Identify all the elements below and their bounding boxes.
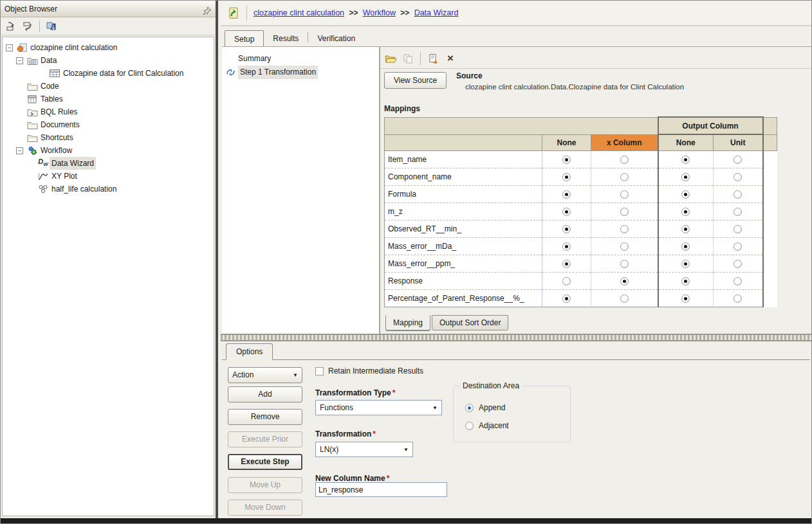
breadcrumb-link-workflow[interactable]: Workflow xyxy=(363,8,396,17)
output-none-radio[interactable] xyxy=(681,277,690,285)
radio-cell xyxy=(591,150,658,168)
tree-item-workflow[interactable]: −Workflow xyxy=(3,144,214,157)
x-column-radio[interactable] xyxy=(620,173,629,181)
unit-radio[interactable] xyxy=(734,208,742,216)
view-source-button[interactable]: View Source xyxy=(384,72,447,89)
collapse-expander-icon[interactable]: − xyxy=(16,147,23,154)
import-icon[interactable] xyxy=(427,52,439,65)
adjacent-radio[interactable] xyxy=(465,422,474,430)
tree-item-half-life-calculation[interactable]: half_life calculation xyxy=(3,183,214,195)
x-column-radio[interactable] xyxy=(620,208,629,216)
none-radio[interactable] xyxy=(562,277,571,285)
collapse-all-icon[interactable] xyxy=(5,20,17,33)
unit-radio[interactable] xyxy=(734,225,742,233)
append-radio[interactable] xyxy=(465,404,474,412)
none-radio[interactable] xyxy=(562,294,571,303)
tab-results[interactable]: Results xyxy=(264,30,308,46)
collapse-expander-icon[interactable]: − xyxy=(6,44,13,51)
x-column-radio[interactable] xyxy=(620,277,629,285)
unit-radio[interactable] xyxy=(734,173,742,181)
tab-setup[interactable]: Setup xyxy=(225,30,264,47)
delete-icon[interactable]: × xyxy=(444,52,457,65)
source-path: clozapine clint calculation.Data.Clozapi… xyxy=(465,83,684,91)
pin-icon[interactable] xyxy=(203,5,212,14)
tree-item-data-wizard[interactable]: DWData Wizard xyxy=(3,157,214,170)
transformation-type-label: Transformation Type* xyxy=(315,388,395,397)
breadcrumb-link-data-wizard[interactable]: Data Wizard xyxy=(414,8,459,17)
none-radio[interactable] xyxy=(562,242,571,251)
unit-radio[interactable] xyxy=(734,260,742,268)
none-radio[interactable] xyxy=(562,190,571,199)
expand-all-icon[interactable] xyxy=(21,20,34,33)
breadcrumb-link-project[interactable]: clozapine clint calculation xyxy=(254,8,344,17)
retain-results-checkbox[interactable] xyxy=(315,367,324,375)
output-none-radio[interactable] xyxy=(681,173,690,181)
toggle-view-icon[interactable] xyxy=(45,20,58,33)
x-column-radio[interactable] xyxy=(620,225,629,233)
transformation-type-dropdown[interactable]: Functions ▼ xyxy=(315,400,442,415)
unit-radio[interactable] xyxy=(734,242,742,251)
tab-output-sort-order[interactable]: Output Sort Order xyxy=(432,315,508,330)
radio-cell xyxy=(658,272,714,289)
x-column-radio[interactable] xyxy=(620,156,629,164)
tab-options[interactable]: Options xyxy=(226,343,273,360)
remove-button[interactable]: Remove xyxy=(228,409,302,425)
radio-cell xyxy=(658,150,714,168)
execute-step-button[interactable]: Execute Step xyxy=(228,454,302,470)
radio-cell xyxy=(658,185,714,203)
none-radio[interactable] xyxy=(562,225,571,233)
none-radio[interactable] xyxy=(562,260,571,268)
horizontal-splitter[interactable] xyxy=(221,334,811,341)
add-button[interactable]: Add xyxy=(228,386,302,402)
step-item-transformation[interactable]: Step 1 Transformation xyxy=(222,66,379,79)
mapping-row-label: Percentage_of_Parent_Response__%_ xyxy=(385,289,542,307)
tree-item-tables[interactable]: Tables xyxy=(3,93,214,105)
data-wizard-icon: DW xyxy=(37,155,50,171)
tab-mapping[interactable]: Mapping xyxy=(385,315,430,331)
output-none-radio[interactable] xyxy=(681,260,690,268)
folder-icon xyxy=(26,121,39,129)
action-dropdown[interactable]: Action ▼ xyxy=(228,367,302,383)
radio-cell xyxy=(714,203,763,220)
none-radio[interactable] xyxy=(562,208,571,216)
open-folder-icon[interactable] xyxy=(384,52,397,65)
destination-adjacent-option[interactable]: Adjacent xyxy=(465,421,509,430)
column-header-filler xyxy=(763,134,777,150)
radio-cell xyxy=(714,220,763,237)
destination-append-option[interactable]: Append xyxy=(465,403,505,412)
output-none-radio[interactable] xyxy=(681,208,690,216)
tab-verification[interactable]: Verification xyxy=(308,30,364,46)
none-radio[interactable] xyxy=(562,173,571,181)
collapse-expander-icon[interactable]: − xyxy=(16,57,23,64)
output-none-radio[interactable] xyxy=(681,242,690,251)
x-column-radio[interactable] xyxy=(620,260,629,268)
tree-item-xy-plot[interactable]: XY Plot xyxy=(3,170,214,183)
tree-item-clozapine-data-for-clint-calculation[interactable]: Clozapine data for Clint Calculation xyxy=(3,67,214,80)
copy-icon[interactable] xyxy=(401,52,414,65)
output-none-radio[interactable] xyxy=(681,156,690,164)
tree-item-bql-rules[interactable]: BQL Rules xyxy=(3,105,214,118)
x-column-radio[interactable] xyxy=(620,242,629,251)
mapping-row-label: Formula xyxy=(385,185,542,203)
output-none-radio[interactable] xyxy=(681,294,690,303)
output-none-radio[interactable] xyxy=(681,225,690,233)
tree-item-data[interactable]: −Data xyxy=(3,54,214,67)
tree-item-shortcuts[interactable]: Shortcuts xyxy=(3,131,214,144)
x-column-radio[interactable] xyxy=(620,190,629,199)
tree-item-documents[interactable]: Documents xyxy=(3,118,214,131)
object-browser-toolbar xyxy=(1,17,216,35)
step-item-summary[interactable]: Summary xyxy=(222,52,379,66)
new-column-name-input[interactable] xyxy=(315,482,447,497)
unit-radio[interactable] xyxy=(734,277,742,285)
unit-radio[interactable] xyxy=(734,294,742,303)
output-none-radio[interactable] xyxy=(681,190,690,199)
tree-item-label: Data xyxy=(39,54,59,67)
unit-radio[interactable] xyxy=(734,190,742,199)
transformation-dropdown[interactable]: LN(x) ▼ xyxy=(315,442,413,457)
tree-item-code[interactable]: Code xyxy=(3,80,214,93)
table-group-header-row: Output Column xyxy=(385,117,777,134)
none-radio[interactable] xyxy=(562,156,571,164)
tree-item-clozapine-clint-calculation[interactable]: −clozapine clint calculation xyxy=(3,41,214,54)
x-column-radio[interactable] xyxy=(620,294,629,303)
unit-radio[interactable] xyxy=(734,156,742,164)
